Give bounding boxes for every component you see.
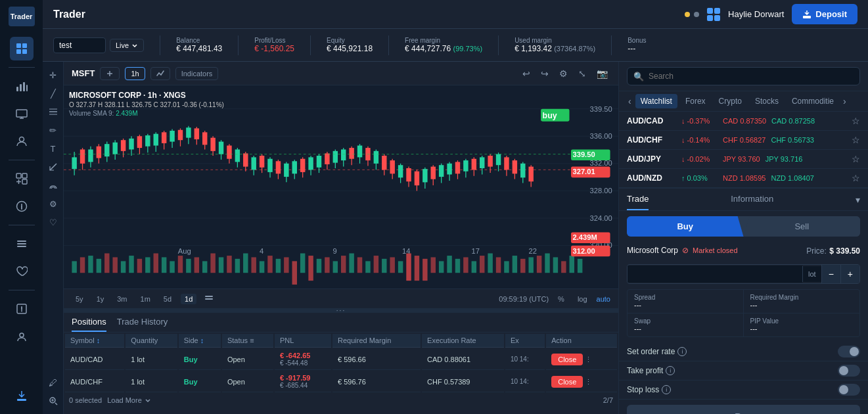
account-selector[interactable]: Live [53, 37, 144, 53]
trade-panel-chevron[interactable]: ▾ [856, 195, 860, 205]
svg-rect-152 [300, 159, 305, 172]
svg-rect-4 [16, 87, 18, 91]
lot-decrease-button[interactable]: − [821, 265, 840, 283]
action-dots-2[interactable]: ⋮ [585, 378, 592, 386]
cell-action[interactable]: Close ⋮ [546, 349, 617, 370]
status-indicators [685, 12, 699, 17]
col-symbol: Symbol ↕ [65, 334, 124, 348]
horizontal-tool[interactable] [45, 104, 61, 120]
text-tool[interactable]: T [45, 141, 61, 156]
market-tabs-next-button[interactable]: › [842, 95, 848, 108]
cell-action[interactable]: Close ⋮ [546, 371, 617, 392]
pct-toggle[interactable]: % [554, 294, 568, 304]
settings-button[interactable]: ⚙ [557, 67, 570, 80]
status-dot-yellow [685, 12, 690, 17]
svg-rect-233 [205, 296, 213, 297]
sidebar-icon-person[interactable] [10, 129, 34, 153]
settings-tool[interactable]: ⚙ [45, 196, 61, 212]
sidebar-icon-screen[interactable] [10, 102, 34, 126]
fullscreen-button[interactable]: ⤡ [576, 67, 589, 80]
fibonacci-tool[interactable] [45, 177, 61, 193]
more-timeframes-btn[interactable] [202, 292, 216, 306]
star-icon-audnzd[interactable]: ☆ [852, 173, 860, 183]
svg-rect-102 [97, 147, 101, 158]
set-order-toggle[interactable] [838, 346, 860, 357]
compare-button[interactable] [150, 67, 170, 80]
market-tab-crypto[interactable]: Crypto [714, 94, 747, 108]
account-name-input[interactable] [53, 37, 106, 53]
watchlist-row-audcad[interactable]: AUD/CAD ↓ -0.37% CAD 0.87350 CAD 0.87258… [619, 112, 868, 131]
star-icon-audchf[interactable]: ☆ [852, 135, 860, 145]
line-tool[interactable]: ╱ [45, 85, 61, 101]
svg-rect-192 [463, 160, 468, 172]
svg-rect-48 [202, 261, 207, 273]
indicators-button[interactable]: Indicators [175, 67, 219, 80]
svg-rect-188 [447, 164, 451, 175]
sell-main-button[interactable]: Sell [744, 216, 861, 237]
pencil-tool[interactable]: 🖊 [45, 375, 61, 390]
sidebar-icon-heart[interactable] [10, 260, 34, 283]
timeframe-1d[interactable]: 1d [181, 294, 196, 304]
sidebar-icon-squares[interactable] [10, 167, 34, 191]
cell-ex: 10 14: [505, 371, 545, 392]
buy-main-button[interactable]: Buy [627, 216, 744, 237]
stop-loss-toggle[interactable] [838, 384, 860, 396]
sidebar-icon-settings[interactable] [10, 232, 34, 256]
log-toggle[interactable]: log [574, 294, 591, 304]
cell-side: Buy [179, 349, 221, 370]
tab-positions[interactable]: Positions [72, 317, 106, 332]
deposit-button[interactable]: Deposit [792, 4, 857, 24]
redo-button[interactable]: ↪ [538, 67, 551, 80]
take-profit-toggle[interactable] [838, 365, 860, 377]
draw-tool[interactable]: ✏ [45, 122, 61, 138]
svg-rect-98 [80, 149, 85, 163]
timeframe-3m[interactable]: 3m [113, 294, 131, 304]
market-tab-forex[interactable]: Forex [680, 94, 711, 108]
lot-input[interactable] [628, 265, 802, 283]
sidebar-icon-alert[interactable] [10, 297, 34, 321]
add-symbol-button[interactable] [100, 67, 120, 80]
action-dots-1[interactable]: ⋮ [585, 356, 592, 363]
search-input[interactable] [627, 67, 860, 85]
tab-history[interactable]: Trade History [117, 317, 168, 332]
timeframe-1h-button[interactable]: 1h [125, 67, 145, 80]
col-status: Status ≡ [222, 334, 273, 348]
tab-trade[interactable]: Trade [627, 189, 649, 210]
auto-scale[interactable]: auto [597, 295, 610, 303]
zoom-tool[interactable] [45, 393, 61, 409]
market-tab-commodities[interactable]: Commoditie [787, 94, 839, 108]
close-position-1-button[interactable]: Close [551, 354, 583, 365]
buy-final-button[interactable]: Buy [627, 405, 860, 414]
svg-rect-162 [341, 149, 346, 160]
sidebar-icon-bottom[interactable] [10, 384, 34, 407]
undo-button[interactable]: ↩ [520, 67, 533, 80]
crosshair-tool[interactable]: ✛ [45, 67, 61, 83]
live-badge[interactable]: Live [110, 39, 144, 52]
main-content: Trader Haylie Dorwart Deposit Live [43, 0, 868, 414]
load-more-button[interactable]: Load More [107, 396, 151, 404]
market-tabs-prev-button[interactable]: ‹ [627, 95, 633, 108]
sidebar-icon-chart[interactable] [10, 74, 34, 98]
heart-tool[interactable]: ♡ [45, 214, 61, 230]
timeframe-1m[interactable]: 1m [137, 294, 154, 304]
sidebar-icon-grid[interactable] [10, 37, 34, 60]
camera-button[interactable]: 📷 [594, 67, 610, 80]
watchlist-row-audchf[interactable]: AUD/CHF ↓ -0.14% CHF 0.56827 CHF 0.56733… [619, 131, 868, 150]
sidebar-icon-info[interactable] [10, 195, 34, 218]
svg-rect-83 [488, 254, 492, 273]
close-position-2-button[interactable]: Close [551, 376, 583, 388]
market-tab-stocks[interactable]: Stocks [750, 94, 784, 108]
star-icon-audjpy[interactable]: ☆ [852, 154, 860, 164]
star-icon-audcad[interactable]: ☆ [852, 116, 860, 126]
watchlist-row-audnzd[interactable]: AUD/NZD ↑ 0.03% NZD 1.08595 NZD 1.08407 … [619, 169, 868, 188]
tab-information[interactable]: Information [731, 189, 773, 210]
sidebar-icon-user2[interactable] [10, 325, 34, 348]
timeframe-1y[interactable]: 1y [93, 294, 108, 304]
measure-tool[interactable] [45, 159, 61, 175]
watchlist-row-audjpy[interactable]: AUD/JPY ↓ -0.02% JPY 93.760 JPY 93.716 ☆ [619, 150, 868, 169]
timeframe-5d[interactable]: 5d [160, 294, 175, 304]
lot-increase-button[interactable]: + [840, 265, 859, 283]
timeframe-5y[interactable]: 5y [72, 294, 87, 304]
svg-rect-91 [553, 257, 558, 273]
market-tab-watchlist[interactable]: Watchlist [635, 94, 677, 108]
